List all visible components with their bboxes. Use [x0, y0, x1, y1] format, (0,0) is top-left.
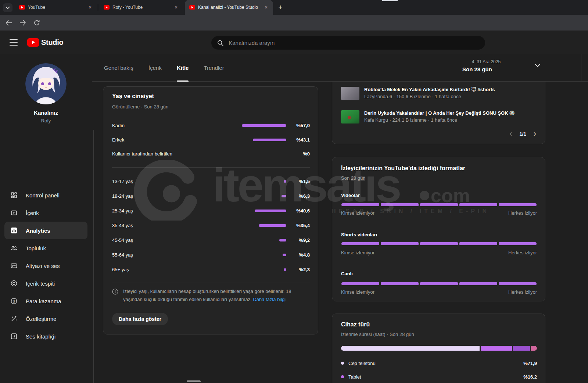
card-subtitle: İzlenme süresi (saat) · Son 28 gün	[341, 332, 414, 337]
back-button[interactable]	[4, 18, 13, 27]
new-tab-button[interactable]: +	[276, 3, 285, 12]
search-input[interactable]	[229, 40, 479, 46]
reload-icon	[33, 19, 40, 26]
sidebar-item-label: Altyazı ve ses	[26, 263, 60, 269]
learn-more-link[interactable]: Daha fazla bilgi	[253, 297, 286, 302]
video-thumbnail[interactable]	[341, 110, 359, 124]
format-indicator-bar	[341, 203, 537, 206]
sidebar-item-community[interactable]: Topluluk	[4, 239, 87, 257]
channel-search[interactable]	[211, 36, 485, 50]
chevron-down-icon[interactable]	[535, 64, 541, 67]
show-more-button[interactable]: Daha fazla göster	[112, 313, 168, 325]
browser-tab-title: YouTube	[28, 5, 84, 10]
card-title: Yaş ve cinsiyet	[112, 93, 154, 100]
tab-overview[interactable]: Genel bakış	[104, 54, 133, 82]
format-label: Canlı	[341, 271, 353, 276]
bar-segment-mobile	[341, 346, 480, 351]
row-label: 55-64 yaş	[112, 252, 208, 258]
reload-button[interactable]	[32, 18, 41, 27]
row-value: %40,6	[286, 208, 310, 214]
row-value: %6,3	[286, 193, 310, 199]
gender-row: Erkek %43,1	[112, 132, 310, 147]
age-note: İzleyici yaşı, kullanıcıların hesap oluş…	[112, 287, 303, 304]
tab-search-button[interactable]	[3, 3, 12, 12]
sidebar-item-content[interactable]: İçerik	[4, 204, 87, 222]
forward-button[interactable]	[18, 18, 27, 27]
scale-right: Herkes izliyor	[508, 210, 537, 216]
sidebar-item-dashboard[interactable]: Kontrol paneli	[4, 186, 87, 204]
menu-icon[interactable]	[10, 39, 18, 46]
sidebar-item-label: Topluluk	[26, 245, 46, 251]
row-value: %1,5	[286, 179, 310, 184]
people-icon	[10, 244, 18, 252]
date-range-picker[interactable]: 4–31 Ara 2025 Son 28 gün	[462, 59, 501, 72]
sidebar-item-audio-library[interactable]: Ses kitaplığı	[4, 327, 87, 345]
channel-avatar[interactable]	[25, 63, 67, 104]
video-thumbnail[interactable]	[341, 87, 359, 100]
legend-label: Cep telefonu	[348, 361, 519, 366]
sidebar-item-copyright[interactable]: İçerik tespiti	[4, 275, 87, 292]
next-page-icon[interactable]: ›	[534, 130, 536, 137]
sidebar-item-label: Özelleştirme	[26, 316, 56, 322]
magic-wand-icon	[10, 315, 18, 322]
age-row: 45-54 yaş %9,2	[112, 233, 310, 247]
tab-close-icon[interactable]: ×	[87, 4, 93, 11]
chevron-down-icon	[6, 6, 10, 9]
video-list-item[interactable]: Roblox'ta Melek En Yakın Arkadaşımı Kurt…	[341, 87, 537, 100]
age-row: 25-34 yaş %40,6	[112, 203, 310, 218]
youtube-favicon	[19, 5, 25, 10]
scale-left: Kimse izlemiyor	[341, 250, 374, 255]
sidebar-item-subtitles[interactable]: Altyazı ve ses	[4, 257, 87, 275]
legend-label: Tablet	[348, 374, 519, 380]
svg-text:$: $	[13, 299, 15, 303]
youtube-logo[interactable]	[27, 38, 39, 47]
browser-tab-active[interactable]: Kanal analizi - YouTube Studio ×	[185, 0, 273, 15]
video-title[interactable]: Derin Uykuda Yakalandılar | O Anda Her Ş…	[364, 110, 514, 116]
divider	[112, 167, 310, 168]
sidebar-item-analytics[interactable]: Analytics	[4, 222, 87, 239]
gender-row: Kadın %57,0	[112, 118, 310, 133]
bar	[242, 124, 286, 127]
studio-brand[interactable]: Studio	[41, 38, 63, 47]
browser-tab-title: Rofy - YouTube	[112, 5, 170, 10]
format-indicator-bar	[341, 282, 537, 285]
horizontal-scrollbar-thumb[interactable]	[187, 380, 201, 382]
bar	[253, 139, 286, 141]
tab-trends[interactable]: Trendler	[204, 54, 224, 82]
tab-content[interactable]: İçerik	[148, 54, 162, 82]
browser-tab[interactable]: Rofy - YouTube ×	[99, 0, 183, 15]
background-window-sliver	[382, 0, 398, 1]
dashboard-icon	[10, 192, 18, 199]
tab-audience[interactable]: Kitle	[177, 54, 189, 82]
video-list-item[interactable]: Derin Uykuda Yakalandılar | O Anda Her Ş…	[341, 110, 537, 124]
video-title[interactable]: Roblox'ta Melek En Yakın Arkadaşımı Kurt…	[364, 87, 495, 92]
sidebar-item-monetization[interactable]: $ Para kazanma	[4, 292, 87, 310]
gender-row: Kullanıcı tarafından belirtilen %0	[112, 146, 310, 161]
sidebar-item-customization[interactable]: Özelleştirme	[4, 310, 87, 327]
scale-left: Kimse izlemiyor	[341, 210, 374, 216]
card-title: Cihaz türü	[341, 321, 370, 328]
info-icon	[112, 289, 118, 295]
tab-divider	[98, 4, 98, 11]
row-value: %4,8	[286, 252, 310, 258]
format-scale: Kimse izlemiyor Herkes izliyor	[341, 289, 537, 295]
prev-page-icon[interactable]: ‹	[509, 130, 512, 137]
row-label: 45-54 yaş	[112, 237, 208, 243]
format-scale: Kimse izlemiyor Herkes izliyor	[341, 250, 537, 255]
browser-tab[interactable]: YouTube ×	[15, 0, 97, 15]
tab-close-icon[interactable]: ×	[173, 4, 179, 11]
sidebar-scrollbar[interactable]	[93, 130, 94, 383]
bar	[282, 195, 286, 197]
row-value: %2,3	[286, 267, 310, 272]
scale-right: Herkes izliyor	[508, 250, 537, 255]
sidebar-item-label: Analytics	[26, 228, 50, 234]
bar	[283, 254, 286, 256]
row-label: 18-24 yaş	[112, 193, 208, 199]
tab-close-icon[interactable]: ×	[263, 4, 269, 11]
back-arrow-icon	[6, 20, 12, 26]
sidebar-item-label: Kontrol paneli	[26, 192, 60, 198]
youtube-favicon	[104, 5, 110, 10]
music-note-icon	[10, 333, 18, 340]
analytics-tab-bar: Genel bakış İçerik Kitle Trendler 4–31 A…	[92, 54, 588, 82]
row-label: 25-34 yaş	[112, 208, 208, 214]
